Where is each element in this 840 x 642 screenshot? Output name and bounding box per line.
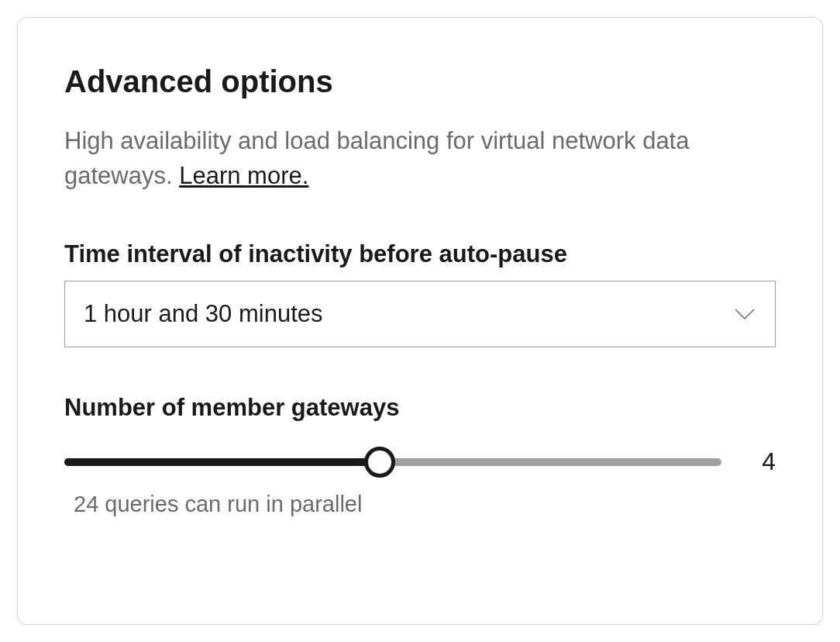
gateways-slider-row: 4 xyxy=(64,434,776,478)
gateways-slider[interactable] xyxy=(64,447,721,478)
time-interval-value: 1 hour and 30 minutes xyxy=(84,300,733,328)
time-interval-select-wrapper: 1 hour and 30 minutes xyxy=(64,281,776,347)
chevron-down-icon xyxy=(733,302,756,326)
gateways-value: 4 xyxy=(745,447,776,476)
advanced-options-panel: Advanced options High availability and l… xyxy=(17,17,823,625)
section-title: Advanced options xyxy=(64,64,776,99)
learn-more-link[interactable]: Learn more. xyxy=(179,162,308,189)
description-text: High availability and load balancing for… xyxy=(64,127,689,189)
section-description: High availability and load balancing for… xyxy=(64,124,776,194)
slider-fill xyxy=(64,458,380,466)
slider-thumb[interactable] xyxy=(364,447,395,478)
gateways-label: Number of member gateways xyxy=(64,394,776,422)
time-interval-select[interactable]: 1 hour and 30 minutes xyxy=(64,281,776,347)
gateways-helper-text: 24 queries can run in parallel xyxy=(64,492,776,517)
time-interval-label: Time interval of inactivity before auto-… xyxy=(64,240,776,268)
